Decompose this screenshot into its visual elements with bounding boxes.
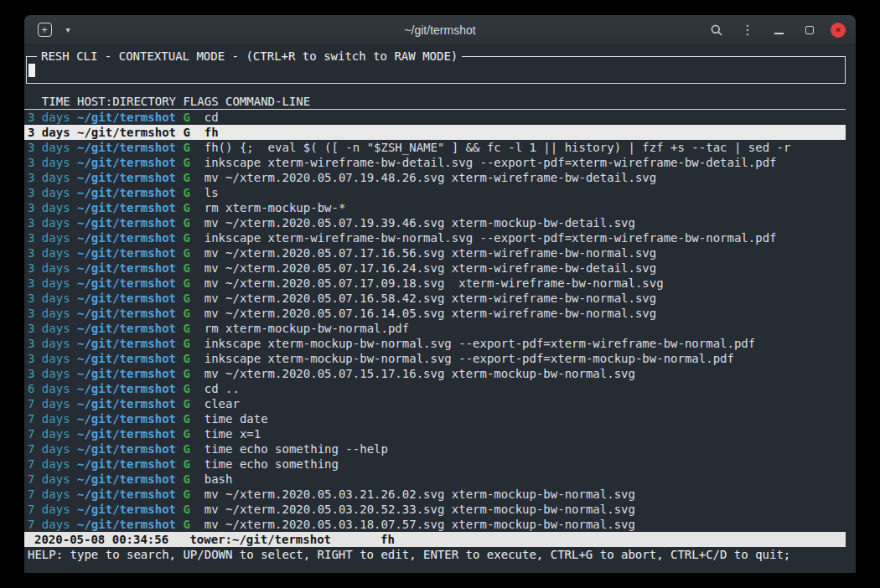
history-row[interactable]: 7 days ~/git/termshot G time date — [24, 411, 856, 426]
history-row[interactable]: 3 days ~/git/termshot G mv ~/xterm.2020.… — [24, 276, 856, 291]
history-row[interactable]: 7 days ~/git/termshot G time x=1 — [24, 426, 856, 441]
row-command: mv ~/xterm.2020.05.03.18.07.57.svg xterm… — [204, 518, 635, 531]
row-command: mv ~/xterm.2020.05.07.19.39.46.svg xterm… — [204, 216, 635, 230]
history-row[interactable]: 3 days ~/git/termshot G mv ~/xterm.2020.… — [24, 366, 856, 381]
row-time: 3 days — [28, 111, 70, 124]
history-row[interactable]: 3 days ~/git/termshot G rm xterm-mockup-… — [24, 200, 856, 215]
window-actions: ⋮ ✕ — [707, 19, 846, 41]
history-row[interactable]: 3 days ~/git/termshot G fh() {; eval $( … — [24, 140, 856, 155]
row-flags: G — [183, 186, 189, 199]
row-command: rm xterm-mockup-bw-normal.pdf — [204, 322, 409, 335]
row-directory: ~/git/termshot — [77, 397, 176, 410]
history-row[interactable]: 3 days ~/git/termshot G mv ~/xterm.2020.… — [24, 306, 856, 321]
row-time: 3 days — [28, 291, 70, 305]
history-row[interactable]: 7 days ~/git/termshot G time echo someth… — [24, 441, 856, 456]
history-row[interactable]: 3 days ~/git/termshot G mv ~/xterm.2020.… — [24, 291, 856, 306]
row-command: mv ~/xterm.2020.05.07.17.16.56.svg xterm… — [204, 246, 656, 260]
row-command: time echo something — [204, 457, 339, 471]
history-row[interactable]: 3 days ~/git/termshot G inkscape xterm-m… — [24, 336, 856, 351]
history-row[interactable]: 7 days ~/git/termshot G mv ~/xterm.2020.… — [24, 517, 856, 532]
restore-button[interactable] — [800, 19, 820, 41]
row-time: 7 days — [28, 487, 70, 501]
row-time: 3 days — [28, 141, 70, 154]
row-flags: G — [183, 291, 189, 305]
row-flags: G — [183, 337, 189, 350]
row-time: 3 days — [28, 307, 70, 320]
kebab-menu-icon: ⋮ — [741, 23, 754, 37]
history-row[interactable]: 3 days ~/git/termshot G inkscape xterm-w… — [24, 230, 856, 245]
row-command: time echo something --help — [204, 442, 388, 456]
tab-list-dropdown-button[interactable]: ▾ — [58, 19, 78, 41]
row-command: cd .. — [204, 382, 240, 395]
row-flags: G — [183, 111, 189, 124]
titlebar[interactable]: + ▾ ~/git/termshot ⋮ — [24, 15, 856, 45]
history-row[interactable]: 3 days ~/git/termshot G cd — [24, 110, 856, 125]
row-flags: G — [183, 276, 189, 290]
history-row[interactable]: 6 days ~/git/termshot G cd .. — [24, 381, 856, 396]
history-row[interactable]: 3 days ~/git/termshot G mv ~/xterm.2020.… — [24, 260, 856, 276]
row-directory: ~/git/termshot — [77, 503, 176, 516]
history-row[interactable]: 3 days ~/git/termshot G mv ~/xterm.2020.… — [24, 245, 856, 260]
row-directory: ~/git/termshot — [77, 201, 176, 214]
close-button[interactable]: ✕ — [831, 23, 846, 38]
row-directory: ~/git/termshot — [77, 457, 176, 471]
history-row[interactable]: 3 days ~/git/termshot G mv ~/xterm.2020.… — [24, 215, 856, 230]
row-directory: ~/git/termshot — [77, 412, 176, 426]
row-command: mv ~/xterm.2020.05.07.17.09.18.svg xterm… — [204, 276, 664, 290]
row-flags: G — [183, 442, 189, 456]
row-time: 7 days — [28, 442, 70, 456]
history-row[interactable]: 7 days ~/git/termshot G mv ~/xterm.2020.… — [24, 502, 856, 517]
row-time: 7 days — [28, 503, 70, 516]
row-directory: ~/git/termshot — [77, 186, 176, 199]
row-time: 3 days — [28, 231, 70, 245]
row-directory: ~/git/termshot — [77, 337, 176, 350]
row-command: ls — [204, 186, 219, 199]
history-row[interactable]: 7 days ~/git/termshot G mv ~/xterm.2020.… — [24, 487, 856, 502]
row-flags: G — [183, 201, 189, 214]
row-flags: G — [183, 216, 189, 230]
row-time: 3 days — [28, 337, 70, 350]
row-flags: G — [183, 427, 189, 441]
history-row[interactable]: 3 days ~/git/termshot G mv ~/xterm.2020.… — [24, 170, 856, 185]
row-directory: ~/git/termshot — [77, 246, 176, 260]
row-flags: G — [183, 518, 189, 531]
row-directory: ~/git/termshot — [77, 352, 176, 365]
history-row[interactable]: 3 days ~/git/termshot G inkscape xterm-w… — [24, 155, 856, 170]
row-time: 7 days — [28, 518, 70, 531]
search-input[interactable] — [28, 64, 841, 78]
status-command: fh — [380, 533, 395, 546]
row-time: 3 days — [28, 276, 70, 290]
row-flags: G — [183, 261, 189, 275]
row-time: 7 days — [28, 412, 70, 426]
row-command: clear — [204, 397, 240, 410]
menu-button[interactable]: ⋮ — [738, 19, 758, 41]
resh-header-box: RESH CLI - CONTEXTUAL MODE - (CTRL+R to … — [26, 56, 846, 84]
row-command: time x=1 — [204, 427, 261, 441]
row-directory: ~/git/termshot — [77, 141, 176, 154]
history-row[interactable]: 3 days ~/git/termshot G ls — [24, 185, 856, 200]
row-directory: ~/git/termshot — [77, 126, 176, 139]
minimize-button[interactable] — [769, 19, 789, 41]
history-row[interactable]: 7 days ~/git/termshot G time echo someth… — [24, 456, 856, 472]
row-command: mv ~/xterm.2020.05.03.21.26.02.svg xterm… — [204, 487, 635, 501]
row-command: inkscape xterm-mockup-bw-normal.svg --ex… — [204, 337, 755, 350]
row-time: 3 days — [28, 186, 70, 199]
history-row[interactable]: 7 days ~/git/termshot G clear — [24, 396, 856, 411]
row-time: 3 days — [28, 322, 70, 335]
row-command: rm xterm-mockup-bw-* — [204, 201, 346, 214]
row-time: 7 days — [28, 397, 70, 410]
terminal-window: + ▾ ~/git/termshot ⋮ — [24, 15, 856, 573]
history-row[interactable]: 3 days ~/git/termshot G rm xterm-mockup-… — [24, 321, 856, 336]
history-row[interactable]: 7 days ~/git/termshot G bash — [24, 472, 856, 487]
row-time: 3 days — [28, 156, 70, 169]
search-button[interactable] — [707, 19, 727, 41]
history-row[interactable]: 3 days ~/git/termshot G fh — [24, 125, 846, 140]
row-directory: ~/git/termshot — [77, 307, 176, 320]
tab-controls: + ▾ — [34, 19, 78, 41]
row-command: time date — [204, 412, 268, 426]
text-cursor — [28, 64, 35, 77]
new-tab-button[interactable]: + — [34, 19, 54, 41]
history-row[interactable]: 3 days ~/git/termshot G inkscape xterm-m… — [24, 351, 856, 366]
terminal-content[interactable]: RESH CLI - CONTEXTUAL MODE - (CTRL+R to … — [24, 45, 856, 573]
status-bar: 2020-05-08 00:34:56tower:~/git/termshotf… — [24, 532, 846, 547]
